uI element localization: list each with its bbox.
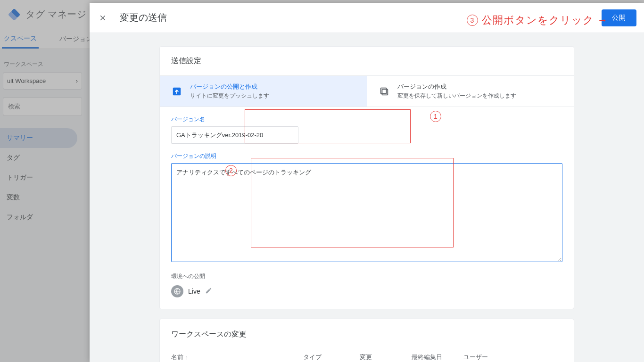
table-header: 名前 ↑ タイプ 変更 最終編集日 ユーザー xyxy=(171,354,562,362)
env-row: Live xyxy=(171,285,562,297)
pencil-icon[interactable] xyxy=(205,287,212,296)
annotation-box-1 xyxy=(245,109,411,143)
env-name: Live xyxy=(188,288,200,295)
option-publish-and-create[interactable]: バージョンの公開と作成 サイトに変更をプッシュします xyxy=(160,76,367,107)
close-button[interactable] xyxy=(97,12,108,24)
th-edit[interactable]: 最終編集日 xyxy=(412,354,463,362)
publish-settings-title: 送信設定 xyxy=(160,47,574,75)
option-publish-sub: サイトに変更をプッシュします xyxy=(190,92,269,100)
publish-button[interactable]: 公開 xyxy=(602,9,636,26)
globe-icon xyxy=(171,285,183,297)
env-label: 環境への公開 xyxy=(171,272,562,280)
publish-option-row: バージョンの公開と作成 サイトに変更をプッシュします バージョンの作成 変更を保… xyxy=(160,75,574,107)
svg-rect-3 xyxy=(382,89,388,95)
option-create-sub: 変更を保存して新しいバージョンを作成します xyxy=(397,92,516,100)
publish-icon xyxy=(171,86,182,97)
option-publish-title: バージョンの公開と作成 xyxy=(190,82,269,91)
sort-asc-icon: ↑ xyxy=(185,354,188,361)
workspace-changes-title: ワークスペースの変更 xyxy=(171,329,562,339)
th-type[interactable]: タイプ xyxy=(303,354,360,362)
modal-header: 変更の送信 公開 xyxy=(90,3,644,33)
option-create-title: バージョンの作成 xyxy=(397,82,516,91)
svg-rect-4 xyxy=(380,88,386,93)
option-create-version[interactable]: バージョンの作成 変更を保存して新しいバージョンを作成します xyxy=(367,76,574,107)
create-version-icon xyxy=(379,86,390,97)
workspace-changes-card: ワークスペースの変更 名前 ↑ タイプ 変更 最終編集日 ユーザー xyxy=(159,319,574,362)
th-name[interactable]: 名前 ↑ xyxy=(171,354,303,362)
th-change[interactable]: 変更 xyxy=(360,354,412,362)
annotation-box-2 xyxy=(251,158,454,247)
th-user[interactable]: ユーザー xyxy=(463,354,506,362)
modal-title: 変更の送信 xyxy=(120,11,167,24)
